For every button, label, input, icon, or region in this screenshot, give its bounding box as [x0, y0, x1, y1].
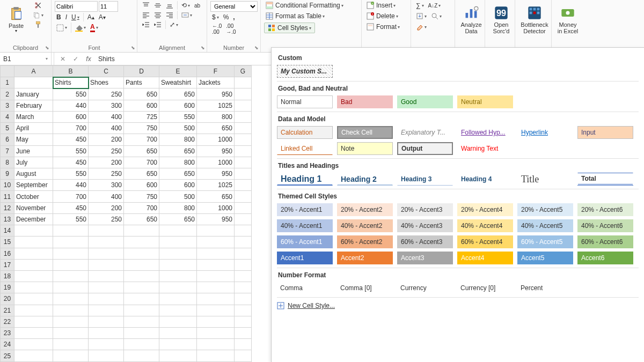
money-excel-button[interactable]: Moneyin Excel	[555, 1, 581, 39]
cell[interactable]	[235, 350, 252, 362]
cell[interactable]	[159, 339, 197, 350]
font-color-button[interactable]: A	[89, 23, 100, 33]
cell[interactable]	[89, 305, 124, 316]
cell[interactable]: 650	[197, 123, 235, 134]
style-swatch[interactable]: 60% - Accent5	[517, 235, 573, 248]
cell[interactable]	[197, 316, 235, 327]
cell[interactable]: 600	[124, 100, 159, 111]
cell[interactable]: 200	[89, 157, 124, 168]
col-header[interactable]: A	[14, 66, 53, 77]
row-header[interactable]: 21	[1, 305, 14, 316]
style-swatch[interactable]: 20% - Accent2	[337, 203, 393, 216]
number-format-item[interactable]: Currency	[397, 282, 453, 294]
cell[interactable]: March	[14, 111, 53, 122]
cell[interactable]: 250	[89, 168, 124, 179]
dialog-launcher-icon[interactable]: ⬊	[45, 45, 49, 50]
dialog-launcher-icon[interactable]: ⬊	[131, 45, 135, 50]
cell[interactable]	[53, 293, 89, 305]
paste-button[interactable]: Paste ▾	[3, 1, 29, 39]
cell[interactable]: 600	[53, 111, 89, 122]
cell[interactable]: 700	[124, 134, 159, 145]
font-size-select[interactable]	[99, 1, 118, 12]
cell[interactable]	[124, 339, 159, 350]
row-header[interactable]: 5	[1, 123, 14, 134]
cell[interactable]	[14, 248, 53, 259]
increase-indent-button[interactable]	[152, 20, 163, 29]
cell[interactable]	[14, 339, 53, 350]
align-right-button[interactable]	[164, 11, 175, 19]
style-swatch[interactable]: 60% - Accent2	[337, 235, 393, 248]
align-top-button[interactable]	[141, 1, 151, 10]
cell[interactable]	[124, 350, 159, 362]
cell[interactable]	[89, 225, 124, 237]
cell[interactable]	[197, 225, 235, 237]
cell[interactable]: 650	[159, 168, 197, 179]
orientation2-button[interactable]: ⤢	[168, 20, 180, 29]
name-box[interactable]: B1	[0, 53, 52, 65]
cell[interactable]	[235, 237, 252, 248]
cell[interactable]	[235, 259, 252, 270]
cell[interactable]	[89, 339, 124, 350]
cell[interactable]: 650	[159, 88, 197, 100]
style-linked-cell[interactable]: Linked Cell	[277, 142, 333, 155]
style-warning[interactable]: Warning Text	[457, 142, 513, 155]
row-header[interactable]: 20	[1, 293, 14, 305]
cell[interactable]: 400	[89, 111, 124, 122]
cell[interactable]: 650	[124, 168, 159, 179]
style-explanatory[interactable]: Explanatory T...	[397, 126, 453, 139]
cancel-formula-button[interactable]: ✕	[56, 55, 69, 63]
style-title[interactable]: Title	[517, 173, 573, 186]
sort-filter-button[interactable]: A↓Z	[427, 1, 443, 10]
insert-button[interactable]: +Insert	[365, 1, 397, 10]
row-header[interactable]: 13	[1, 213, 14, 225]
cell[interactable]	[89, 293, 124, 305]
conditional-formatting-button[interactable]: Conditional Formatting	[264, 1, 345, 10]
style-swatch[interactable]: 40% - Accent4	[457, 219, 513, 232]
wrap-text-button[interactable]: ab	[193, 1, 202, 10]
cell[interactable]: August	[14, 168, 53, 179]
cell[interactable]	[53, 225, 89, 237]
number-format-select[interactable]: General	[210, 1, 258, 12]
cell[interactable]: 440	[53, 100, 89, 111]
cell[interactable]: 750	[124, 191, 159, 202]
cell[interactable]: 1000	[197, 202, 235, 213]
find-select-button[interactable]	[429, 12, 443, 20]
cell[interactable]: 600	[159, 100, 197, 111]
cell[interactable]: 750	[124, 123, 159, 134]
row-header[interactable]: 23	[1, 328, 14, 339]
open-sorcd-button[interactable]: 99 OpenSorc'd	[488, 1, 514, 39]
borders-button[interactable]	[55, 23, 69, 33]
cell[interactable]: 650	[159, 213, 197, 225]
cell[interactable]	[89, 316, 124, 327]
cell[interactable]: 700	[124, 157, 159, 168]
style-swatch[interactable]: 40% - Accent6	[577, 219, 633, 232]
shrink-font-button[interactable]: A▾	[97, 13, 107, 21]
style-heading1[interactable]: Heading 1	[277, 173, 333, 186]
cell[interactable]	[197, 293, 235, 305]
cell[interactable]: Pants	[124, 77, 159, 88]
new-cell-style-button[interactable]: New Cell Style...	[277, 302, 639, 309]
row-header[interactable]: 8	[1, 157, 14, 168]
cell[interactable]	[124, 305, 159, 316]
cell[interactable]	[14, 293, 53, 305]
cell[interactable]	[197, 328, 235, 339]
cell[interactable]: 1025	[197, 180, 235, 191]
cell[interactable]	[14, 270, 53, 282]
cell[interactable]	[235, 270, 252, 282]
underline-button[interactable]: U	[70, 13, 81, 21]
dialog-launcher-icon[interactable]: ⬊	[254, 45, 259, 50]
style-heading4[interactable]: Heading 4	[457, 173, 513, 186]
cell[interactable]: February	[14, 100, 53, 111]
cell[interactable]: Sweatshirt	[159, 77, 197, 88]
cell[interactable]	[159, 237, 197, 248]
align-bottom-button[interactable]	[164, 1, 175, 10]
align-center-button[interactable]	[152, 11, 163, 19]
cell[interactable]: October	[14, 191, 53, 202]
cell[interactable]: November	[14, 202, 53, 213]
cell[interactable]: Shirts	[53, 77, 89, 88]
row-header[interactable]: 18	[1, 270, 14, 282]
cell[interactable]	[159, 305, 197, 316]
row-header[interactable]: 25	[1, 350, 14, 362]
cell[interactable]	[14, 237, 53, 248]
cell[interactable]	[235, 282, 252, 293]
